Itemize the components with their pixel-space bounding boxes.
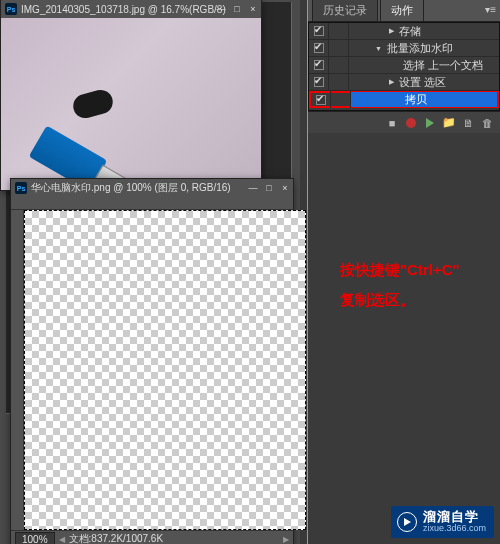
record-icon[interactable] bbox=[404, 116, 418, 130]
action-batch-label: 批量添加水印 bbox=[349, 41, 499, 56]
play-icon[interactable] bbox=[423, 116, 437, 130]
close-button[interactable]: × bbox=[280, 183, 290, 193]
annotation-line1: 按快捷键"Ctrl+C" bbox=[340, 255, 500, 285]
action-row-batch[interactable]: 批量添加水印 bbox=[309, 40, 499, 57]
doc2-titlebar[interactable]: Ps 华心电脑水印.png @ 100% (图层 0, RGB/16) — □ … bbox=[11, 179, 293, 197]
action-row-select-prev[interactable]: 选择 上一个文档 bbox=[309, 57, 499, 74]
annotation-text: 按快捷键"Ctrl+C" 复制选区。 bbox=[340, 255, 500, 315]
doc2-canvas[interactable] bbox=[24, 210, 306, 530]
ps-icon: Ps bbox=[15, 182, 27, 194]
watermark: 溜溜自学 zixue.3d66.com bbox=[391, 506, 494, 538]
tab-history[interactable]: 历史记录 bbox=[312, 0, 378, 21]
action-row-save[interactable]: 存储 bbox=[309, 23, 499, 40]
action-save-label: 存储 bbox=[349, 24, 499, 39]
panel-tabs: 历史记录 动作 ▾≡ bbox=[308, 0, 500, 22]
doc1-title: IMG_20140305_103718.jpg @ 16.7%(RGB/8) bbox=[21, 4, 226, 15]
watermark-title: 溜溜自学 bbox=[423, 510, 486, 524]
document-window-2[interactable]: Ps 华心电脑水印.png @ 100% (图层 0, RGB/16) — □ … bbox=[10, 178, 294, 544]
doc2-statusbar: 100% ◀ 文档:837.2K/1007.6K ▶ bbox=[11, 530, 293, 544]
action-set-sel-label: 设置 选区 bbox=[349, 75, 499, 90]
checkbox[interactable] bbox=[316, 95, 326, 105]
ps-icon: Ps bbox=[5, 3, 17, 15]
annotation-line2: 复制选区。 bbox=[340, 285, 500, 315]
actions-tree: 存储 批量添加水印 选择 上一个文档 设置 选区 拷贝 bbox=[308, 22, 500, 111]
tab-actions[interactable]: 动作 bbox=[380, 0, 424, 21]
panel-menu-icon[interactable]: ▾≡ bbox=[485, 4, 496, 15]
trash-icon[interactable]: 🗑 bbox=[480, 116, 494, 130]
minimize-button[interactable]: — bbox=[216, 4, 226, 14]
action-select-prev-label: 选择 上一个文档 bbox=[349, 58, 499, 73]
minimize-button[interactable]: — bbox=[248, 183, 258, 193]
status-arrow-right[interactable]: ▶ bbox=[283, 535, 289, 544]
status-arrow-left[interactable]: ◀ bbox=[59, 535, 65, 544]
watermark-play-icon bbox=[397, 512, 417, 532]
action-row-copy[interactable]: 拷贝 bbox=[309, 91, 499, 108]
doc2-status-text: 文档:837.2K/1007.6K bbox=[69, 532, 164, 544]
watermark-url: zixue.3d66.com bbox=[423, 524, 486, 534]
new-action-icon[interactable]: 🗎 bbox=[461, 116, 475, 130]
document-window-1[interactable]: Ps IMG_20140305_103718.jpg @ 16.7%(RGB/8… bbox=[0, 0, 262, 191]
ruler-horizontal[interactable] bbox=[11, 197, 293, 210]
doc1-canvas[interactable] bbox=[1, 18, 261, 190]
doc1-titlebar[interactable]: Ps IMG_20140305_103718.jpg @ 16.7%(RGB/8… bbox=[1, 0, 261, 18]
checkbox[interactable] bbox=[314, 26, 324, 36]
action-row-set-selection[interactable]: 设置 选区 bbox=[309, 74, 499, 91]
close-button[interactable]: × bbox=[248, 4, 258, 14]
checkbox[interactable] bbox=[314, 43, 324, 53]
doc2-title: 华心电脑水印.png @ 100% (图层 0, RGB/16) bbox=[31, 181, 231, 195]
usb-cap-graphic bbox=[71, 87, 116, 121]
ruler-vertical[interactable] bbox=[11, 210, 24, 513]
checkbox[interactable] bbox=[314, 77, 324, 87]
maximize-button[interactable]: □ bbox=[264, 183, 274, 193]
zoom-level[interactable]: 100% bbox=[15, 532, 55, 544]
maximize-button[interactable]: □ bbox=[232, 4, 242, 14]
panel-footer: ■ 📁 🗎 🗑 bbox=[308, 111, 500, 133]
stop-icon[interactable]: ■ bbox=[385, 116, 399, 130]
checkbox[interactable] bbox=[314, 60, 324, 70]
new-set-icon[interactable]: 📁 bbox=[442, 116, 456, 130]
action-copy-label: 拷贝 bbox=[351, 92, 497, 107]
